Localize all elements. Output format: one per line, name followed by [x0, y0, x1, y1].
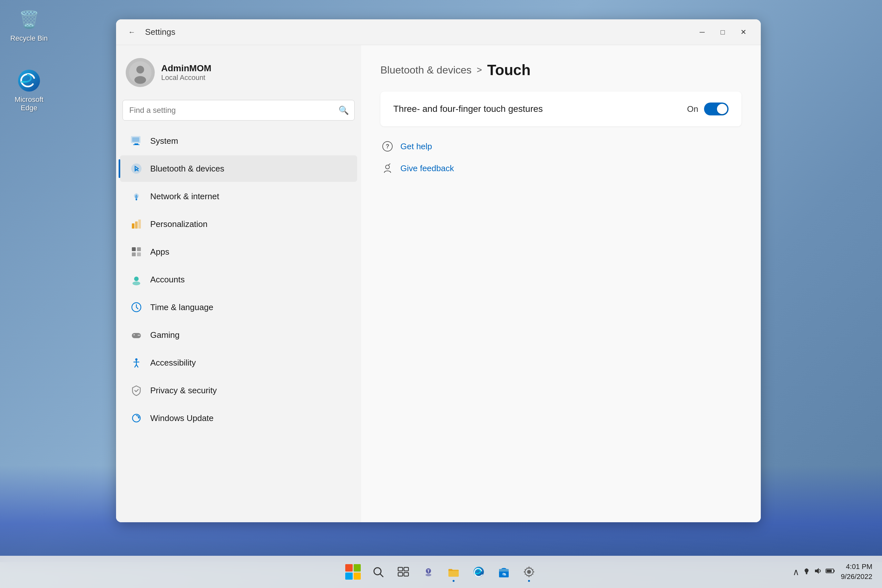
svg-point-9 [136, 199, 137, 201]
clock[interactable]: 4:01 PM 9/26/2022 [841, 562, 872, 582]
recycle-bin-label: Recycle Bin [10, 34, 48, 42]
network-icon [129, 189, 144, 204]
svg-rect-39 [404, 567, 408, 571]
user-account-type: Local Account [161, 74, 212, 82]
svg-point-23 [138, 334, 139, 336]
personalization-icon [129, 217, 144, 231]
time-icon [129, 300, 144, 315]
setting-right: On [687, 102, 729, 116]
give-feedback-icon [380, 161, 394, 176]
recycle-bin-icon[interactable]: 🗑️ Recycle Bin [3, 3, 55, 46]
nav-label-system: System [150, 136, 178, 146]
nav-item-gaming[interactable]: Gaming [120, 322, 357, 348]
privacy-icon [129, 383, 144, 398]
touch-gestures-toggle[interactable] [704, 102, 729, 116]
taskbar-system-tray: ∧ [793, 562, 872, 582]
svg-rect-16 [137, 252, 141, 256]
content-area: AdminMOM Local Account 🔍 [116, 45, 761, 522]
file-explorer-button[interactable] [442, 561, 465, 583]
svg-rect-41 [404, 573, 408, 576]
gaming-icon [129, 327, 144, 342]
nav-item-personalization[interactable]: Personalization [120, 211, 357, 237]
svg-rect-5 [132, 137, 139, 142]
nav-item-apps[interactable]: Apps [120, 238, 357, 265]
get-help-link[interactable]: ? Get help [380, 139, 741, 153]
svg-point-17 [134, 277, 139, 281]
system-icon [129, 134, 144, 148]
nav-item-accessibility[interactable]: Accessibility [120, 350, 357, 376]
svg-point-24 [139, 334, 140, 336]
nav-label-bluetooth: Bluetooth & devices [150, 164, 224, 174]
taskbar-center: T [342, 561, 540, 583]
nav-item-bluetooth[interactable]: Bluetooth & devices [120, 155, 357, 182]
edge-image [16, 68, 42, 93]
task-view-button[interactable] [392, 561, 415, 583]
svg-rect-11 [135, 222, 138, 228]
svg-line-35 [388, 164, 390, 165]
touch-gestures-label: Three- and four-finger touch gestures [393, 104, 543, 114]
nav-item-network[interactable]: Network & internet [120, 183, 357, 210]
svg-rect-14 [137, 247, 141, 251]
apps-icon [129, 244, 144, 259]
search-box: 🔍 [123, 100, 355, 121]
nav-item-update[interactable]: Windows Update [120, 405, 357, 431]
sidebar: AdminMOM Local Account 🔍 [116, 45, 361, 522]
svg-rect-6 [134, 144, 138, 144]
get-help-text: Get help [400, 141, 432, 152]
store-button[interactable]: 🛍 [493, 561, 515, 583]
settings-window: ← Settings ─ □ ✕ [116, 20, 761, 522]
svg-line-29 [136, 364, 138, 367]
nav-label-privacy: Privacy & security [150, 386, 217, 396]
volume-icon[interactable] [814, 566, 823, 578]
start-button[interactable] [342, 561, 364, 583]
give-feedback-link[interactable]: Give feedback [380, 161, 741, 176]
svg-rect-12 [138, 219, 141, 228]
desktop: 🗑️ Recycle Bin [0, 0, 882, 588]
main-content: Bluetooth & devices > Touch Three- and f… [361, 45, 761, 522]
clock-date: 9/26/2022 [841, 572, 872, 582]
edge-label: Microsoft Edge [6, 95, 52, 112]
toggle-value-text: On [687, 104, 698, 114]
nav-item-accounts[interactable]: Accounts [120, 266, 357, 293]
nav-label-personalization: Personalization [150, 219, 208, 229]
taskbar-edge-button[interactable] [467, 561, 490, 583]
battery-icon[interactable] [825, 566, 836, 578]
windows-logo [345, 564, 361, 580]
svg-point-3 [134, 76, 146, 84]
nav-label-time: Time & language [150, 302, 213, 312]
breadcrumb-parent[interactable]: Bluetooth & devices [380, 64, 472, 76]
breadcrumb: Bluetooth & devices > Touch [380, 61, 741, 79]
svg-rect-53 [826, 570, 832, 572]
svg-rect-22 [134, 334, 134, 336]
chat-button[interactable]: T [417, 561, 440, 583]
wifi-icon[interactable] [802, 566, 811, 578]
svg-line-37 [380, 574, 383, 577]
give-feedback-text: Give feedback [400, 164, 454, 173]
back-button[interactable]: ← [124, 24, 140, 40]
nav-label-accounts: Accounts [150, 274, 185, 285]
update-icon [129, 411, 144, 426]
svg-text:T: T [427, 569, 430, 573]
svg-rect-10 [132, 224, 134, 228]
minimize-button[interactable]: ─ [693, 24, 712, 40]
nav-item-system[interactable]: System [120, 128, 357, 154]
edge-desktop-icon[interactable]: Microsoft Edge [3, 64, 55, 116]
nav-item-privacy[interactable]: Privacy & security [120, 377, 357, 404]
nav-label-accessibility: Accessibility [150, 358, 196, 368]
taskbar-search-button[interactable] [367, 561, 389, 583]
user-info: AdminMOM Local Account [161, 63, 212, 82]
taskbar-settings-button[interactable] [518, 561, 540, 583]
maximize-button[interactable]: □ [713, 24, 732, 40]
nav-label-network: Network & internet [150, 192, 219, 201]
svg-text:🛍: 🛍 [502, 572, 506, 576]
svg-point-8 [131, 164, 141, 174]
user-profile[interactable]: AdminMOM Local Account [116, 52, 361, 97]
bluetooth-icon [129, 161, 144, 176]
search-input[interactable] [123, 100, 355, 121]
touch-gestures-setting: Three- and four-finger touch gestures On [380, 92, 741, 126]
close-button[interactable]: ✕ [734, 24, 753, 40]
nav-item-time[interactable]: Time & language [120, 294, 357, 320]
svg-point-18 [132, 281, 140, 285]
nav-label-apps: Apps [150, 247, 169, 257]
chevron-up-icon[interactable]: ∧ [793, 567, 800, 578]
